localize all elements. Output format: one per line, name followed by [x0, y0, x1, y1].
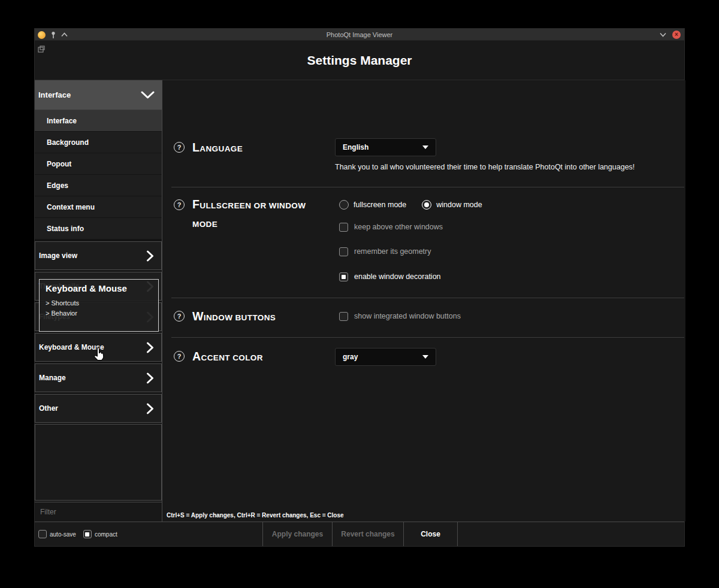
dropdown-arrow-icon	[422, 146, 428, 149]
apply-changes-button[interactable]: Apply changes	[262, 522, 332, 546]
sidebar-item-status-info[interactable]: Status info	[35, 218, 162, 240]
section-title-fullscreen-window: Fullscreen or window mode	[192, 195, 327, 234]
compact-label[interactable]: compact	[95, 531, 117, 538]
sidebar-item-interface[interactable]: Interface	[35, 110, 162, 132]
window-title: PhotoQt Image Viewer	[35, 29, 684, 41]
sidebar-category-other[interactable]: Other	[35, 394, 162, 423]
section-title-language: Language	[192, 138, 243, 158]
sidebar-item-edges[interactable]: Edges	[35, 175, 162, 196]
integrated-buttons-checkbox[interactable]	[339, 312, 348, 321]
sidebar-item-context-menu[interactable]: Context menu	[35, 196, 162, 218]
compact-checkbox[interactable]	[83, 530, 92, 538]
help-icon[interactable]: ?	[174, 142, 185, 153]
section-divider	[171, 298, 684, 298]
detach-icon[interactable]	[38, 46, 45, 53]
sidebar-category-interface[interactable]: Interface	[35, 80, 162, 110]
titlebar[interactable]: PhotoQt Image Viewer ×	[35, 29, 684, 41]
subitem-label: Status info	[47, 225, 84, 233]
close-window-button[interactable]: ×	[672, 31, 681, 39]
photoqt-settings-window: PhotoQt Image Viewer × Settings Manager …	[34, 28, 685, 547]
header: Settings Manager	[35, 41, 684, 80]
integrated-buttons-row[interactable]: show integrated window buttons	[339, 310, 461, 322]
remember-geometry-row[interactable]: remember its geometry	[339, 245, 431, 257]
help-glyph: ?	[177, 144, 182, 151]
revert-changes-button[interactable]: Revert changes	[332, 522, 403, 546]
autosave-row[interactable]: auto-save	[38, 530, 76, 538]
window-decoration-checkbox[interactable]	[339, 272, 348, 281]
subitem-label: Context menu	[47, 203, 95, 211]
sidebar-item-background[interactable]: Background	[35, 132, 162, 153]
category-label: Manage	[39, 374, 66, 382]
sidebar-item-popout[interactable]: Popout	[35, 153, 162, 175]
checkbox-label[interactable]: remember its geometry	[354, 247, 431, 256]
subitem-label: Background	[47, 138, 89, 147]
window-mode-radio[interactable]	[422, 200, 431, 210]
checkbox-label[interactable]: keep above other windows	[354, 223, 443, 231]
section-title-window-buttons: Window buttons	[192, 307, 276, 327]
help-glyph: ?	[177, 353, 182, 360]
help-icon[interactable]: ?	[174, 199, 185, 210]
category-tooltip: Keyboard & Mouse > Shortcuts > Behavior	[39, 279, 159, 332]
dropdown-arrow-icon	[422, 355, 428, 359]
dropdown-value: gray	[343, 353, 358, 361]
checkbox-label[interactable]: enable window decoration	[354, 272, 441, 281]
compact-row[interactable]: compact	[83, 530, 117, 538]
language-note: Thank you to all who volunteered their t…	[335, 161, 670, 173]
chevron-right-icon	[146, 403, 154, 414]
footer-bar: auto-save compact Apply changes Revert c…	[35, 522, 684, 546]
sidebar-category-image-view[interactable]: Image view	[35, 241, 162, 270]
subitem-label: Edges	[47, 181, 68, 190]
remember-geometry-checkbox[interactable]	[339, 247, 348, 256]
dropdown-value: English	[343, 143, 368, 151]
filter-input[interactable]	[35, 502, 162, 522]
shortcut-hint-text: Ctrl+S = Apply changes, Ctrl+R = Revert …	[167, 512, 344, 519]
help-glyph: ?	[177, 201, 182, 208]
autosave-checkbox[interactable]	[38, 530, 47, 538]
category-label: Interface	[38, 90, 71, 99]
tooltip-item: > Shortcuts	[46, 298, 152, 308]
keep-above-checkbox[interactable]	[339, 223, 348, 232]
help-icon[interactable]: ?	[174, 311, 185, 322]
section-divider	[171, 337, 684, 338]
sidebar-category-manage[interactable]: Manage	[35, 363, 162, 392]
accent-color-dropdown[interactable]: gray	[335, 348, 436, 366]
language-dropdown[interactable]: English	[335, 138, 436, 156]
checkbox-label[interactable]: show integrated window buttons	[354, 312, 461, 320]
sidebar-empty-panel	[35, 424, 162, 501]
page-title: Settings Manager	[35, 53, 684, 68]
radio-label[interactable]: window mode	[436, 201, 482, 209]
keep-above-row[interactable]: keep above other windows	[339, 221, 443, 233]
chevron-down-icon	[141, 91, 155, 99]
help-glyph: ?	[177, 313, 182, 320]
chevron-right-icon	[146, 342, 154, 353]
chevron-right-icon	[146, 250, 154, 262]
desktop-background: PhotoQt Image Viewer × Settings Manager …	[0, 0, 719, 588]
tooltip-item: > Behavior	[46, 308, 152, 319]
mode-radio-row: fullscreen mode window mode	[339, 199, 482, 211]
window-decoration-row[interactable]: enable window decoration	[339, 271, 441, 283]
filter-bar	[35, 502, 162, 522]
category-label: Other	[39, 404, 58, 413]
chevron-down-icon[interactable]	[660, 32, 666, 37]
settings-content: ? Language English Thank you to all who …	[162, 80, 685, 522]
section-divider	[171, 187, 684, 187]
chevron-right-icon	[146, 372, 154, 384]
subitem-label: Interface	[47, 117, 77, 125]
hand-cursor-icon	[93, 347, 105, 361]
tooltip-title: Keyboard & Mouse	[46, 283, 152, 293]
autosave-label[interactable]: auto-save	[50, 531, 76, 538]
fullscreen-mode-radio[interactable]	[339, 200, 349, 210]
help-icon[interactable]: ?	[174, 351, 185, 362]
section-title-accent-color: Accent color	[192, 347, 263, 367]
subitem-label: Popout	[47, 160, 71, 168]
radio-label[interactable]: fullscreen mode	[354, 201, 406, 209]
category-label: Image view	[39, 251, 77, 260]
close-button[interactable]: Close	[403, 522, 458, 546]
